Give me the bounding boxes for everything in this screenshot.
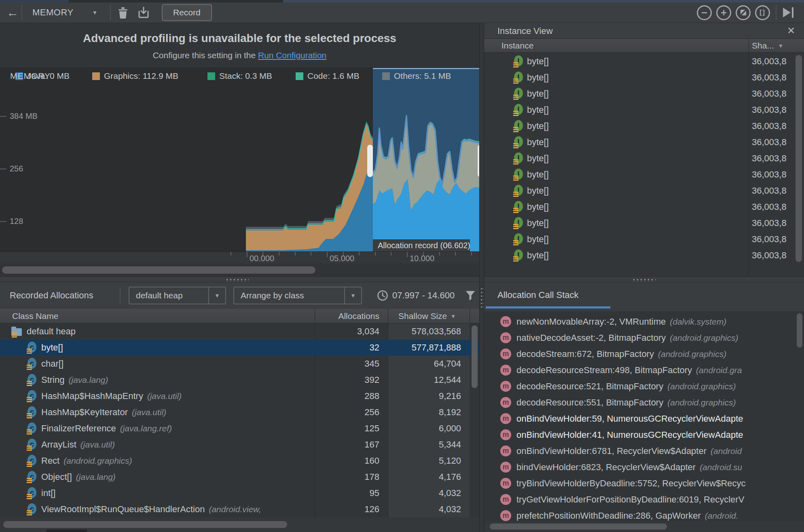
- table-row[interactable]: cbyte[]32577,871,888: [0, 340, 479, 356]
- instance-view-header: Instance View ✕: [484, 23, 804, 39]
- run-configuration-link[interactable]: Run Configuration: [258, 51, 326, 60]
- arrange-dropdown[interactable]: Arrange by class ▼: [233, 287, 362, 304]
- table-row[interactable]: cHashMap$KeyIterator(java.util)2568,192: [0, 404, 479, 420]
- frame-method: nativeDecodeAsset:-2, BitmapFactory: [516, 333, 666, 343]
- table-row[interactable]: cViewRootImpl$RunQueue$HandlerAction(and…: [0, 501, 479, 517]
- chart-scrollbar-track[interactable]: [0, 264, 479, 277]
- call-stack-hscrollbar-track[interactable]: [484, 521, 804, 532]
- call-stack-frame[interactable]: monBindViewHolder:6781, RecyclerView$Ada…: [484, 443, 804, 459]
- stage-dropdown-label: MEMORY: [32, 7, 74, 18]
- call-stack-vscrollbar-thumb[interactable]: [797, 313, 802, 348]
- legend-swatch-icon: [296, 72, 303, 80]
- trash-icon[interactable]: [117, 2, 129, 23]
- table-vscrollbar-thumb[interactable]: [472, 325, 478, 388]
- call-stack-frame[interactable]: mdecodeResource:551, BitmapFactory(andro…: [484, 395, 804, 411]
- instance-shallow-size: 36,003,8: [752, 70, 800, 86]
- shallow-size-cell: 9,216: [364, 388, 461, 404]
- instance-row[interactable]: Ibyte[]36,003,8: [484, 118, 804, 134]
- column-divider: [388, 309, 388, 323]
- instance-vscrollbar-thumb[interactable]: [796, 55, 802, 262]
- table-row[interactable]: cHashMap$HashMapEntry(java.util)2889,216: [0, 388, 479, 404]
- heap-dropdown[interactable]: default heap ▼: [129, 287, 226, 304]
- instance-row[interactable]: Ibyte[]36,003,8: [484, 102, 804, 118]
- call-stack-frame[interactable]: mnewNonMovableArray:-2, VMRuntime(dalvik…: [484, 314, 804, 330]
- call-stack-frame[interactable]: mnativeDecodeAsset:-2, BitmapFactory(and…: [484, 330, 804, 346]
- table-row[interactable]: cArrayList(java.util)1675,344: [0, 437, 479, 453]
- frame-method: onBindViewHolder:41, NumerousGCRecyclerV…: [516, 430, 743, 440]
- call-stack-frame[interactable]: mbindViewHolder:6823, RecyclerView$Adapt…: [484, 459, 804, 475]
- table-row[interactable]: cRect(android.graphics)1605,120: [0, 453, 479, 469]
- instance-row[interactable]: Ibyte[]36,003,8: [484, 247, 804, 264]
- record-button[interactable]: Record: [162, 2, 212, 23]
- call-stack-frame[interactable]: mdecodeResource:521, BitmapFactory(andro…: [484, 378, 804, 395]
- instance-row[interactable]: Ibyte[]36,003,8: [484, 134, 804, 150]
- horizontal-splitter[interactable]: [484, 277, 804, 282]
- reset-zoom-button[interactable]: [736, 2, 751, 23]
- instance-row[interactable]: Ibyte[]36,003,8: [484, 167, 804, 183]
- class-name-cell: cbyte[]: [27, 340, 63, 356]
- splitter-grip-icon[interactable]: [225, 279, 249, 281]
- table-row[interactable]: cchar[]34564,704: [0, 356, 479, 372]
- shallow-size-cell: 12,544: [364, 372, 461, 388]
- column-header-allocations[interactable]: Allocations: [315, 309, 379, 323]
- skip-to-end-button[interactable]: [783, 2, 793, 23]
- zoom-in-button[interactable]: +: [716, 2, 731, 23]
- column-header-instance[interactable]: Instance: [501, 39, 533, 53]
- stage-dropdown[interactable]: MEMORY ▼: [32, 2, 97, 23]
- call-stack-frame[interactable]: monBindViewHolder:41, NumerousGCRecycler…: [484, 427, 804, 443]
- back-icon[interactable]: ←: [6, 2, 19, 23]
- instance-row[interactable]: Ibyte[]36,003,8: [484, 53, 804, 70]
- class-name-cell: cHashMap$KeyIterator(java.util): [27, 404, 166, 420]
- tick-mark: [0, 221, 6, 222]
- vertical-splitter[interactable]: [479, 23, 484, 532]
- selection-drag-handle[interactable]: [367, 145, 373, 177]
- horizontal-splitter[interactable]: [0, 277, 479, 282]
- memory-timeline-chart[interactable]: Java: 0 MBGraphics: 112.9 MBStack: 0.3 M…: [0, 68, 479, 251]
- table-row[interactable]: cString(java.lang)39212,544: [0, 372, 479, 388]
- splitter-grip-icon[interactable]: [632, 279, 656, 281]
- column-header-class-name[interactable]: Class Name: [12, 309, 58, 323]
- call-stack-frame[interactable]: mdecodeStream:672, BitmapFactory(android…: [484, 346, 804, 362]
- instance-name: byte[]: [527, 86, 549, 102]
- table-row[interactable]: cint[]954,032: [0, 485, 479, 501]
- class-name-text: Rect: [41, 456, 59, 466]
- instance-row[interactable]: Ibyte[]36,003,8: [484, 215, 804, 231]
- table-row[interactable]: cObject[](java.lang)1784,176: [0, 469, 479, 485]
- filter-icon[interactable]: [464, 289, 476, 303]
- instance-row[interactable]: Ibyte[]36,003,8: [484, 183, 804, 199]
- zoom-to-fit-button[interactable]: []: [755, 2, 770, 23]
- export-icon[interactable]: [138, 2, 150, 23]
- chart-scrollbar-thumb[interactable]: [2, 266, 315, 274]
- instance-row[interactable]: Ibyte[]36,003,8: [484, 70, 804, 86]
- instance-row[interactable]: Ibyte[]36,003,8: [484, 199, 804, 215]
- legend-item-graphics: Graphics: 112.9 MB: [92, 71, 178, 81]
- instance-row[interactable]: Ibyte[]36,003,8: [484, 150, 804, 167]
- x-axis-tick: [471, 252, 472, 255]
- zoom-out-button[interactable]: −: [697, 2, 712, 23]
- table-hscrollbar-thumb[interactable]: [3, 521, 287, 528]
- instance-row[interactable]: Ibyte[]36,003,8: [484, 86, 804, 102]
- close-icon[interactable]: ✕: [787, 25, 795, 36]
- tab-underline: [486, 306, 610, 308]
- call-stack-frame[interactable]: mtryGetViewHolderForPositionByDeadline:6…: [484, 492, 804, 508]
- column-header-shallow-size[interactable]: Shallow Size▼: [398, 309, 456, 323]
- class-package-text: (java.lang): [76, 472, 116, 482]
- memory-area-chart: [0, 68, 479, 251]
- call-stack-frame[interactable]: monBindViewHolder:59, NumerousGCRecycler…: [484, 411, 804, 427]
- frame-method: decodeStream:672, BitmapFactory: [516, 349, 654, 359]
- method-icon: m: [500, 316, 511, 327]
- call-stack-frame[interactable]: mdecodeResourceStream:498, BitmapFactory…: [484, 362, 804, 378]
- class-name-text: String: [41, 375, 64, 385]
- column-header-shallow[interactable]: Sha...▼: [752, 39, 783, 53]
- call-stack-frame[interactable]: mtryBindViewHolderByDeadline:5752, Recyc…: [484, 475, 804, 492]
- splitter-grip-icon[interactable]: [480, 287, 483, 310]
- call-stack-frame[interactable]: mprefetchPositionWithDeadline:286, GapWo…: [484, 508, 804, 521]
- instance-shallow-size: 36,003,8: [752, 150, 800, 167]
- instance-row[interactable]: Ibyte[]36,003,8: [484, 231, 804, 247]
- table-row[interactable]: cFinalizerReference(java.lang.ref)1256,0…: [0, 420, 479, 437]
- frame-method: tryGetViewHolderForPositionByDeadline:60…: [516, 494, 744, 505]
- table-row[interactable]: default heap3,034578,033,568: [0, 323, 479, 340]
- method-icon: m: [500, 445, 511, 456]
- call-stack-hscrollbar-thumb[interactable]: [490, 524, 667, 530]
- tab-allocation-call-stack[interactable]: Allocation Call Stack: [497, 282, 579, 308]
